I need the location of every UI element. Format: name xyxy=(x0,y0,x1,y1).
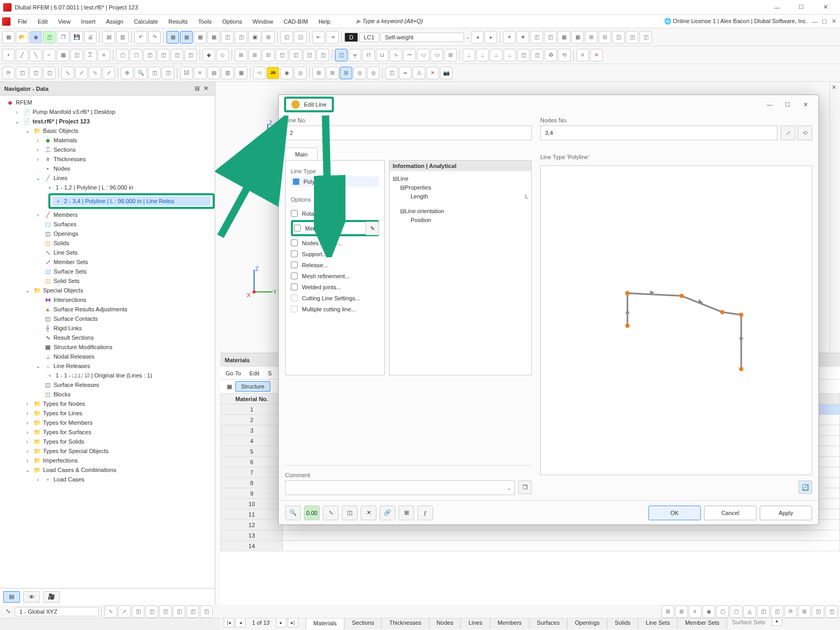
tb3-ax3[interactable]: ⤡ xyxy=(89,67,101,79)
tb-r6[interactable]: ▦ xyxy=(571,31,584,44)
dlg-max[interactable]: ☐ xyxy=(780,99,795,110)
opt-rotation[interactable]: Rotation... xyxy=(291,208,379,219)
tb-undo[interactable]: ↶ xyxy=(134,31,147,44)
csb-r12[interactable]: ◫ xyxy=(812,605,824,618)
dlg-i2[interactable]: 0.00 xyxy=(304,506,320,520)
tab-main[interactable]: Main xyxy=(285,148,318,161)
tb2-e2[interactable]: ◇ xyxy=(216,49,229,61)
tb2-j6[interactable]: ◫ xyxy=(531,49,543,61)
line-no-input[interactable]: 2 xyxy=(285,125,532,140)
tb-r8[interactable]: ⊟ xyxy=(598,31,611,44)
tb-print[interactable]: 🖨 xyxy=(84,31,97,44)
pg-last[interactable]: ▸| xyxy=(288,618,298,627)
lc-name[interactable]: Self-weight xyxy=(380,33,464,42)
tb3-c3[interactable]: ◫ xyxy=(43,67,56,79)
tb-next[interactable]: ▸ xyxy=(485,31,497,44)
tb2-g2[interactable]: ⊞ xyxy=(248,49,261,61)
menu-cadbim[interactable]: CAD-BIM xyxy=(278,16,313,27)
lt-polyline[interactable]: Polyline xyxy=(291,176,379,187)
tb2-h2[interactable]: ╤ xyxy=(349,49,361,61)
lc-code[interactable]: LC1 xyxy=(359,33,379,42)
tb2-node[interactable]: • xyxy=(2,49,15,61)
menu-insert[interactable]: Insert xyxy=(76,16,101,27)
tb2-g1[interactable]: ⊞ xyxy=(235,49,247,61)
tb2-h6[interactable]: 〜 xyxy=(403,49,416,61)
tb3-p2[interactable]: ◎ xyxy=(294,67,307,79)
opt-release[interactable]: Release... xyxy=(291,259,379,270)
csb-r9[interactable]: ◫ xyxy=(771,605,783,618)
tb3-x2[interactable]: ×2 xyxy=(253,67,266,79)
tb-cube2[interactable]: ◲ xyxy=(294,31,307,44)
tb2-i[interactable]: 工 xyxy=(84,49,97,61)
tb2-h9[interactable]: ⊞ xyxy=(444,49,457,61)
dlg-i8[interactable]: ƒ xyxy=(417,506,433,520)
nf-video[interactable]: 🎥 xyxy=(43,591,60,603)
mdi-min[interactable]: — xyxy=(811,18,819,25)
dlg-close[interactable]: ✕ xyxy=(797,99,813,110)
mat-goto[interactable]: Go To xyxy=(226,370,241,376)
dlg-i6[interactable]: 🔗 xyxy=(380,506,395,520)
tb2-l4[interactable]: ⌐ xyxy=(43,49,56,61)
opt-mesh[interactable]: Mesh refinement... xyxy=(291,270,379,281)
tb3-c2[interactable]: ◫ xyxy=(29,67,42,79)
dlg-i7[interactable]: ⊞ xyxy=(398,506,414,520)
csb-4[interactable]: ◫ xyxy=(145,605,158,618)
tb-new[interactable]: ▦ xyxy=(2,31,15,44)
tb3-z4[interactable]: ◫ xyxy=(162,67,174,79)
pg-first[interactable]: |◂ xyxy=(224,618,234,627)
tb3-z3[interactable]: ◫ xyxy=(148,67,161,79)
tb2-h7[interactable]: ▭ xyxy=(417,49,429,61)
maximize-button[interactable]: ☐ xyxy=(790,1,813,14)
tb-r3[interactable]: ◫ xyxy=(530,31,543,44)
comment-input[interactable]: ⌄ xyxy=(285,480,515,495)
tb2-mat[interactable]: ▦ xyxy=(57,49,69,61)
csb-5[interactable]: ◫ xyxy=(159,605,172,618)
tb-prev[interactable]: ◂ xyxy=(471,31,484,44)
tb2-j5[interactable]: ◫ xyxy=(517,49,530,61)
dlg-i3[interactable]: ⤡ xyxy=(323,506,339,520)
tb2-h8[interactable]: ▭ xyxy=(430,49,443,61)
tb3-p1[interactable]: ◉ xyxy=(280,67,293,79)
menu-view[interactable]: View xyxy=(53,16,76,27)
minimize-button[interactable]: — xyxy=(765,1,789,14)
csb-r1[interactable]: ⊞ xyxy=(662,605,674,618)
tb-cube1[interactable]: ◱ xyxy=(280,31,293,44)
csb-r11[interactable]: ⊞ xyxy=(798,605,811,618)
tb-view1[interactable]: ▦ xyxy=(166,31,179,44)
nav-close[interactable]: ✕ xyxy=(202,85,211,92)
dlg-cancel[interactable]: Cancel xyxy=(704,506,757,520)
tb2-g4[interactable]: ◫ xyxy=(276,49,288,61)
tb2-l3[interactable]: ╲ xyxy=(29,49,42,61)
csb-7[interactable]: ◫ xyxy=(186,605,199,618)
dlg-apply[interactable]: Apply xyxy=(760,506,812,520)
menu-options[interactable]: Options xyxy=(217,16,247,27)
tb-r4[interactable]: ◫ xyxy=(544,31,556,44)
tb3-cam[interactable]: 📷 xyxy=(440,67,453,79)
tb3-m4[interactable]: ✕ xyxy=(426,67,439,79)
tb2-h4[interactable]: ⊔ xyxy=(376,49,388,61)
tb3-js[interactable]: JS xyxy=(267,67,279,79)
nav-tree[interactable]: ◆RFEM ›📄Pump Manifold v3.rf6* | Desktop … xyxy=(0,96,215,588)
pg-prev[interactable]: ◂ xyxy=(235,618,246,627)
tb2-s4[interactable]: ◫ xyxy=(157,49,170,61)
app-menu-icon[interactable] xyxy=(2,17,10,26)
close-button[interactable]: ✕ xyxy=(814,1,837,14)
csb-r13[interactable]: ◫ xyxy=(825,605,838,618)
mdi-close[interactable]: ✕ xyxy=(830,18,838,25)
dlg-min[interactable]: — xyxy=(762,99,778,110)
comment-copy[interactable]: ❐ xyxy=(518,480,532,494)
tb2-k1[interactable]: ≡ xyxy=(576,49,589,61)
csb-2[interactable]: ⤢ xyxy=(118,605,131,618)
tb2-s6[interactable]: ◫ xyxy=(184,49,197,61)
tb2-h1[interactable]: ◫ xyxy=(335,49,348,61)
tb3-m2[interactable]: ∞ xyxy=(399,67,412,79)
csb-r6[interactable]: ▢ xyxy=(730,605,742,618)
opt-welded[interactable]: Welded joints... xyxy=(291,281,379,292)
dlg-i5[interactable]: ✕ xyxy=(361,506,376,520)
tb2-sec[interactable]: ◫ xyxy=(70,49,83,61)
tb3-n1[interactable]: 10 xyxy=(180,67,193,79)
tb-r1[interactable]: ✶ xyxy=(503,31,516,44)
tb2-h3[interactable]: ⊓ xyxy=(362,49,375,61)
tb2-j7[interactable]: ♻ xyxy=(544,49,557,61)
tb2-h5[interactable]: ∿ xyxy=(390,49,402,61)
